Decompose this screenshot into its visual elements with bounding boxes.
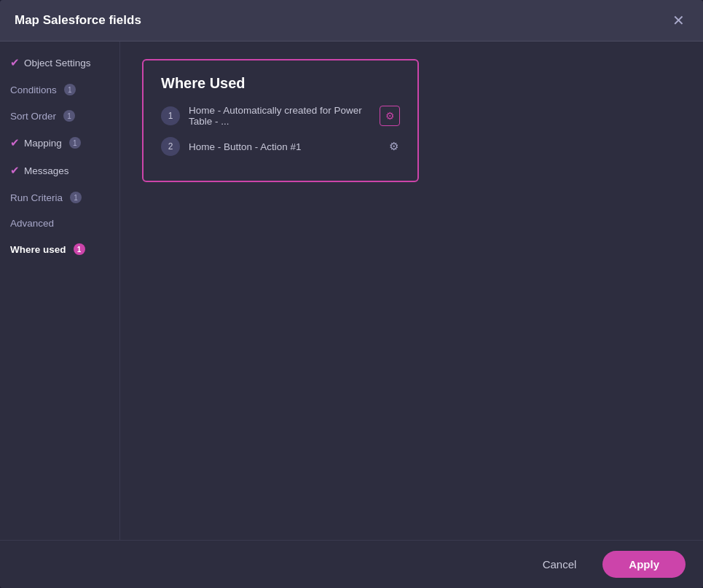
apply-button[interactable]: Apply [602,551,686,578]
mapping-badge: 1 [69,137,81,149]
sidebar-item-label: Where used [10,244,66,255]
modal-title: Map Salesforce fields [15,13,141,28]
sidebar-item-label: Sort Order [10,111,56,122]
check-icon: ✔ [10,136,20,149]
modal-body: ✔ Object Settings Conditions 1 Sort Orde… [0,42,703,540]
where-used-badge: 1 [74,243,85,255]
sidebar-item-advanced[interactable]: Advanced [0,211,119,236]
sidebar-item-object-settings[interactable]: ✔ Object Settings [0,49,119,77]
sidebar-item-label: Object Settings [24,58,91,68]
usage-number-1: 1 [161,106,180,125]
close-button[interactable]: ✕ [668,10,688,31]
modal-footer: Cancel Apply [0,540,703,588]
run-criteria-badge: 1 [70,192,82,203]
cancel-button[interactable]: Cancel [527,551,593,578]
main-content: Where Used 1 Home - Automatically create… [120,42,703,540]
check-icon: ✔ [10,56,20,69]
usage-text-2: Home - Button - Action #1 [189,141,379,152]
map-salesforce-fields-modal: Map Salesforce fields ✕ ✔ Object Setting… [0,0,703,588]
sidebar-item-label: Messages [24,165,69,176]
panel-title: Where Used [161,75,400,92]
sidebar-item-conditions[interactable]: Conditions 1 [0,77,119,103]
sidebar-item-run-criteria[interactable]: Run Criteria 1 [0,184,119,211]
gear-settings-button-2[interactable]: ⚙ [388,138,400,154]
sidebar-item-mapping[interactable]: ✔ Mapping 1 [0,129,119,157]
usage-text-1: Home - Automatically created for Power T… [189,105,371,127]
sidebar-item-label: Conditions [10,85,57,95]
modal-header: Map Salesforce fields ✕ [0,0,703,42]
sidebar-item-label: Advanced [10,218,54,229]
gear-settings-button-1[interactable]: ⚙ [380,106,400,126]
sidebar-item-where-used[interactable]: Where used 1 [0,236,119,262]
sidebar-item-sort-order[interactable]: Sort Order 1 [0,103,119,129]
usage-number-2: 2 [161,137,180,156]
sidebar: ✔ Object Settings Conditions 1 Sort Orde… [0,42,120,540]
where-used-panel: Where Used 1 Home - Automatically create… [142,59,419,182]
check-icon: ✔ [10,164,20,177]
sidebar-item-messages[interactable]: ✔ Messages [0,157,119,184]
sidebar-item-label: Run Criteria [10,192,63,203]
conditions-badge: 1 [64,84,76,95]
usage-item-1: 1 Home - Automatically created for Power… [161,105,400,127]
sort-order-badge: 1 [63,110,75,122]
sidebar-item-label: Mapping [24,138,62,149]
usage-item-2: 2 Home - Button - Action #1 ⚙ [161,137,400,156]
